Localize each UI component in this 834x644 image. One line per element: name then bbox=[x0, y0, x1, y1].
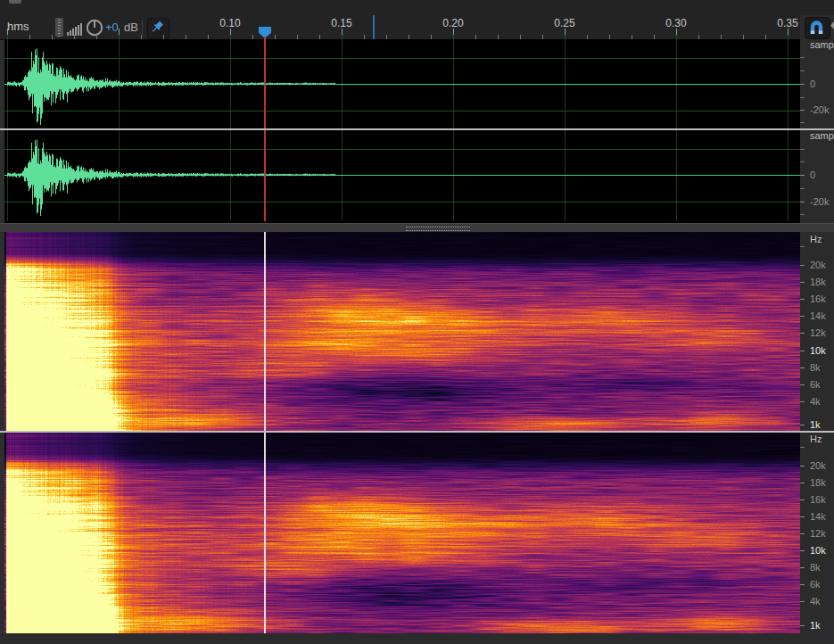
channel-divider[interactable] bbox=[0, 128, 834, 130]
ruler-major-tick bbox=[565, 29, 566, 39]
frequency-tick bbox=[800, 299, 805, 300]
frequency-tick bbox=[800, 246, 805, 247]
spectrogram-channel-canvas[interactable] bbox=[4, 433, 800, 633]
frequency-tick bbox=[800, 500, 805, 500]
amplitude-tick-label: 0 bbox=[810, 169, 815, 180]
pin-icon bbox=[148, 19, 167, 37]
frequency-tick bbox=[800, 333, 805, 334]
waveform-channel-canvas[interactable] bbox=[4, 130, 800, 221]
zoom-scroll-handle[interactable] bbox=[9, 0, 21, 4]
spectrogram-channel-canvas[interactable] bbox=[4, 232, 800, 431]
gain-knob-icon[interactable] bbox=[85, 18, 104, 37]
playhead-line-waveform[interactable] bbox=[264, 39, 266, 221]
frequency-tick bbox=[800, 401, 805, 402]
timeline-ruler[interactable]: hms +0 dB bbox=[0, 15, 800, 39]
amplitude-tick bbox=[800, 84, 805, 85]
frequency-tick-label: 4k bbox=[810, 596, 821, 607]
top-scroll-bar[interactable] bbox=[0, 0, 834, 16]
amplitude-unit-label: samp bbox=[810, 130, 834, 141]
signal-bars-icon bbox=[67, 22, 83, 36]
frequency-tick-label: 1k bbox=[810, 620, 821, 631]
hud-separator bbox=[142, 20, 143, 35]
gain-unit-label: dB bbox=[124, 21, 138, 34]
hud-grip-handle[interactable] bbox=[55, 18, 63, 37]
amplitude-tick bbox=[800, 57, 805, 58]
amplitude-tick-label: -20k bbox=[810, 196, 829, 207]
frequency-unit-label: Hz bbox=[810, 234, 822, 244]
edit-point-marker[interactable] bbox=[373, 15, 375, 39]
time-format-selector[interactable]: hms bbox=[7, 20, 29, 33]
ruler-time-label: 0.15 bbox=[331, 17, 351, 29]
frequency-tick bbox=[800, 316, 805, 317]
amplitude-tick bbox=[800, 149, 805, 150]
frequency-tick bbox=[800, 550, 805, 551]
frequency-tick-label: 6k bbox=[810, 379, 821, 390]
ruler-time-label: 0.20 bbox=[442, 17, 463, 29]
frequency-tick-label: 14k bbox=[810, 511, 826, 522]
playhead-line-spectrogram[interactable] bbox=[264, 232, 266, 633]
audition-waveform-editor: hms +0 dB bbox=[0, 0, 834, 644]
snap-toggle-button[interactable] bbox=[805, 17, 830, 39]
amplitude-tick bbox=[800, 175, 805, 176]
frequency-tick-label: 10k bbox=[810, 345, 826, 356]
amplitude-tick bbox=[800, 70, 805, 71]
ruler-major-tick bbox=[788, 29, 789, 39]
frequency-tick-label: 16k bbox=[810, 494, 826, 505]
ruler-major-tick bbox=[230, 29, 231, 39]
frequency-tick-label: 14k bbox=[810, 310, 826, 321]
frequency-tick bbox=[800, 425, 805, 425]
frequency-tick bbox=[800, 584, 805, 585]
frequency-tick bbox=[800, 282, 805, 283]
frequency-tick bbox=[800, 533, 805, 534]
pin-hud-button[interactable] bbox=[147, 18, 169, 39]
frequency-tick bbox=[800, 265, 805, 266]
frequency-tick bbox=[800, 567, 805, 568]
ruler-major-tick bbox=[119, 29, 120, 39]
frequency-tick bbox=[800, 483, 805, 483]
frequency-tick-label: 20k bbox=[810, 460, 826, 471]
chevron-right-icon[interactable] bbox=[830, 21, 834, 29]
frequency-tick bbox=[800, 516, 805, 517]
amplitude-unit-label: samp bbox=[810, 39, 834, 50]
frequency-tick-label: 6k bbox=[810, 579, 821, 590]
amplitude-tick bbox=[800, 214, 805, 215]
frequency-tick bbox=[800, 625, 805, 626]
gain-value[interactable]: +0 bbox=[105, 21, 119, 34]
waveform-channel-canvas[interactable] bbox=[4, 39, 800, 128]
frequency-tick-label: 8k bbox=[810, 362, 821, 373]
frequency-tick-label: 12k bbox=[810, 327, 826, 338]
splitter-grip-handle[interactable] bbox=[406, 227, 470, 231]
ruler-time-label: 0.35 bbox=[777, 17, 797, 29]
frequency-tick-label: 16k bbox=[810, 293, 826, 304]
amplitude-tick bbox=[800, 188, 805, 189]
frequency-tick-label: 8k bbox=[810, 562, 821, 573]
frequency-tick bbox=[800, 466, 805, 466]
magnet-icon bbox=[805, 18, 828, 37]
amplitude-tick bbox=[800, 110, 805, 111]
frequency-tick bbox=[800, 601, 805, 602]
frequency-scale-ruler[interactable]: Hz20k18k16k14k12k10k8k6k4k1kHz20k18k16k1… bbox=[800, 232, 834, 633]
frequency-unit-label: Hz bbox=[810, 433, 822, 444]
amplitude-scale-ruler[interactable]: samp0-20ksamp0-20k bbox=[800, 39, 834, 223]
frequency-tick bbox=[800, 367, 805, 368]
frequency-tick-label: 10k bbox=[810, 545, 826, 556]
frequency-tick bbox=[800, 384, 805, 385]
ruler-corner bbox=[800, 15, 834, 39]
frequency-tick-label: 12k bbox=[810, 528, 826, 539]
ruler-major-tick bbox=[453, 29, 454, 39]
amplitude-tick-label: -20k bbox=[810, 104, 829, 115]
frequency-tick bbox=[800, 351, 805, 351]
frequency-tick-label: 20k bbox=[810, 260, 826, 270]
bottom-margin bbox=[0, 633, 834, 644]
ruler-time-label: 0.25 bbox=[554, 17, 574, 29]
ruler-major-tick bbox=[676, 29, 677, 39]
frequency-tick-label: 18k bbox=[810, 277, 826, 287]
amplitude-tick bbox=[800, 97, 805, 98]
amplitude-tick-label: 0 bbox=[810, 78, 815, 89]
ruler-major-tick bbox=[7, 29, 8, 39]
spectrogram-channel-divider[interactable] bbox=[0, 431, 834, 433]
amplitude-tick bbox=[800, 161, 805, 162]
frequency-tick bbox=[800, 447, 805, 448]
frequency-tick-label: 4k bbox=[810, 396, 821, 407]
amplitude-tick bbox=[800, 122, 805, 123]
